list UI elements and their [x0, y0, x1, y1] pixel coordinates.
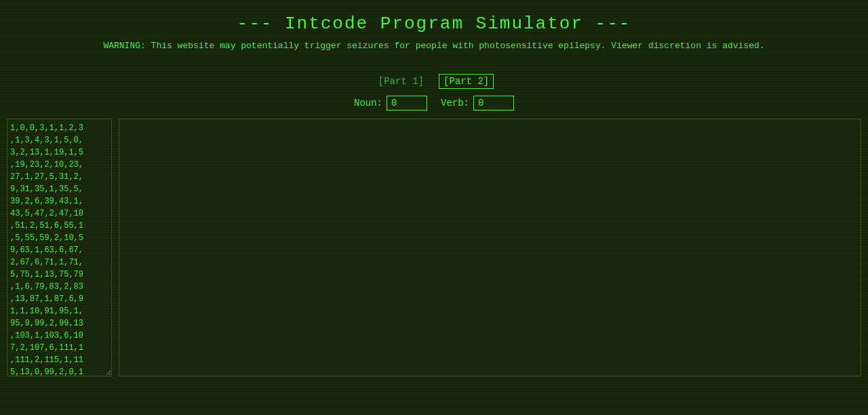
tab-part1[interactable]: [Part 1]: [374, 75, 428, 88]
noun-label: Noun:: [354, 98, 382, 108]
noun-group: Noun:: [354, 96, 427, 111]
noun-input[interactable]: [387, 96, 427, 111]
verb-label: Verb:: [441, 98, 469, 108]
verb-input[interactable]: [473, 96, 514, 111]
header: --- Intcode Program Simulator --- WARNIN…: [0, 0, 868, 64]
tabs-container: [Part 1] [Part 2]: [0, 74, 868, 89]
main-area: 1,0,0,3,1,1,2,3 ,1,3,4,3,1,5,0, 3,2,13,1…: [7, 119, 861, 390]
page-title: --- Intcode Program Simulator ---: [0, 14, 868, 34]
warning-text: WARNING: This website may potentially tr…: [27, 41, 841, 51]
verb-group: Verb:: [441, 96, 514, 111]
output-area: [119, 119, 861, 376]
inputs-row: Noun: Verb:: [0, 96, 868, 111]
tab-part2[interactable]: [Part 2]: [439, 74, 494, 89]
code-textarea[interactable]: 1,0,0,3,1,1,2,3 ,1,3,4,3,1,5,0, 3,2,13,1…: [7, 119, 112, 376]
